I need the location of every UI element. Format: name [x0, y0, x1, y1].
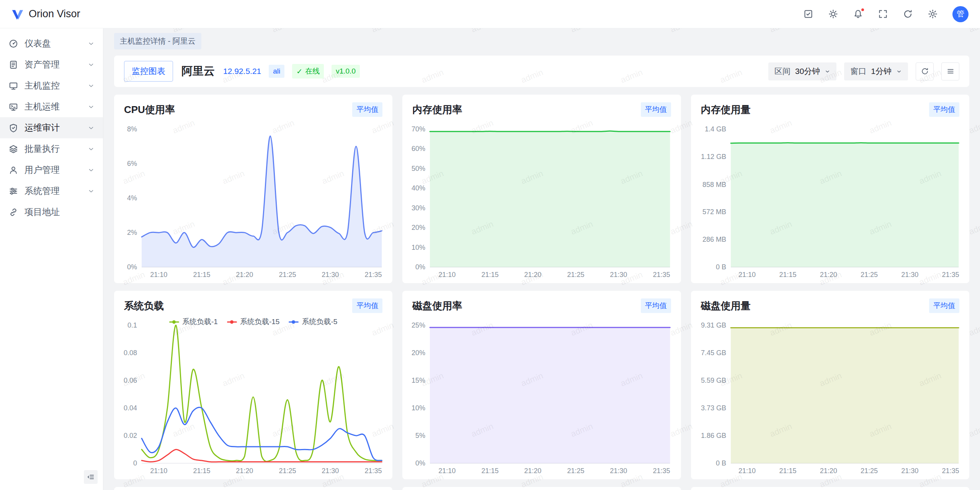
- sidebar-item-label: 用户管理: [24, 164, 88, 176]
- svg-text:5.59 GB: 5.59 GB: [701, 377, 726, 384]
- svg-text:30%: 30%: [412, 204, 425, 212]
- svg-text:0.04: 0.04: [124, 404, 137, 412]
- sidebar-item-batch-exec[interactable]: 批量执行: [0, 138, 103, 159]
- svg-text:21:25: 21:25: [567, 467, 585, 475]
- sidebar-item-dashboard[interactable]: 仪表盘: [0, 33, 103, 54]
- sidebar-item-label: 运维审计: [24, 122, 88, 134]
- chart-plot-area: 0 B286 MB572 MB858 MB1.12 GB1.4 GB21:102…: [691, 118, 969, 285]
- svg-text:21:15: 21:15: [779, 271, 796, 279]
- chart-menu-button[interactable]: [941, 62, 959, 80]
- status-text: 在线: [305, 66, 320, 76]
- chart-title: 磁盘使用量: [701, 299, 751, 313]
- chart-title: 磁盘使用率: [412, 299, 462, 313]
- link-icon: [8, 207, 18, 217]
- sidebar-item-label: 批量执行: [24, 143, 88, 155]
- main-area: adminadminadminadminadminadminadminadmin…: [103, 28, 980, 490]
- chart-card-disk-usage-percent: 磁盘使用率 平均值 0%5%10%15%20%25%21:1021:1521:2…: [402, 291, 681, 479]
- fullscreen-icon[interactable]: [878, 9, 888, 19]
- svg-text:21:30: 21:30: [901, 467, 918, 475]
- sidebar-item-host-monitor[interactable]: 主机监控: [0, 75, 103, 96]
- sidebar-collapse-button[interactable]: [84, 470, 98, 484]
- chevron-down-icon: [896, 69, 902, 74]
- svg-text:10%: 10%: [412, 404, 425, 412]
- host-ops-icon: [8, 102, 18, 112]
- version-badge: v1.0.0: [332, 65, 360, 78]
- chart-plot-area: 0%10%20%30%40%50%60%70%21:1021:1521:2021…: [402, 118, 681, 285]
- svg-text:4%: 4%: [127, 194, 137, 202]
- legend-item[interactable]: 系统负载-15: [227, 317, 279, 327]
- notification-bell-icon[interactable]: [853, 9, 863, 19]
- charts-row-3-partial: [114, 487, 969, 490]
- disk-usage-amount-chart[interactable]: 0 B1.86 GB3.73 GB5.59 GB7.45 GB9.31 GB21…: [694, 315, 965, 478]
- refresh-charts-button[interactable]: [916, 62, 934, 80]
- legend-item[interactable]: 系统负载-1: [169, 317, 218, 327]
- memory-usage-amount-chart[interactable]: 0 B286 MB572 MB858 MB1.12 GB1.4 GB21:102…: [694, 119, 965, 282]
- legend-marker: [289, 320, 299, 324]
- svg-text:21:25: 21:25: [279, 467, 296, 475]
- legend-item[interactable]: 系统负载-5: [289, 317, 337, 327]
- svg-text:15%: 15%: [412, 377, 425, 384]
- app-title: Orion Visor: [29, 8, 80, 20]
- svg-text:0 B: 0 B: [716, 263, 726, 271]
- memory-usage-percent-chart[interactable]: 0%10%20%30%40%50%60%70%21:1021:1521:2021…: [405, 119, 676, 282]
- chevron-down-icon: [88, 125, 95, 131]
- settings-gear-icon[interactable]: [928, 9, 938, 19]
- disk-usage-percent-chart[interactable]: 0%5%10%15%20%25%21:1021:1521:2021:2521:3…: [405, 315, 676, 478]
- svg-text:21:25: 21:25: [861, 467, 878, 475]
- breadcrumb: 主机监控详情 - 阿里云: [103, 28, 980, 51]
- svg-text:21:10: 21:10: [738, 467, 756, 475]
- breadcrumb-item[interactable]: 主机监控详情 - 阿里云: [114, 33, 201, 49]
- svg-text:21:35: 21:35: [364, 467, 382, 475]
- check-icon: ✓: [296, 67, 302, 76]
- interval-select[interactable]: 区间 30分钟: [768, 62, 836, 80]
- chart-card-memory-usage-percent: 内存使用率 平均值 0%10%20%30%40%50%60%70%21:1021…: [402, 95, 681, 283]
- sidebar-item-ops-audit[interactable]: 运维审计: [0, 117, 103, 138]
- monitor-chart-tab[interactable]: 监控图表: [124, 61, 173, 82]
- cpu-usage-chart[interactable]: 0%2%4%6%8%21:1021:1521:2021:2521:3021:35: [117, 119, 388, 282]
- topbar-actions: 管: [803, 6, 969, 22]
- svg-text:0%: 0%: [127, 263, 137, 271]
- svg-text:0.02: 0.02: [124, 432, 137, 439]
- chevron-down-icon: [88, 188, 95, 195]
- window-label: 窗口: [850, 66, 866, 77]
- sidebar-item-project-link[interactable]: 项目地址: [0, 202, 103, 223]
- content: 监控图表 阿里云 12.92.5.21 ali ✓ 在线 v1.0.0 区间 3…: [103, 51, 980, 490]
- brand: Orion Visor: [11, 8, 80, 20]
- svg-text:572 MB: 572 MB: [702, 208, 726, 216]
- topbar: Orion Visor: [0, 0, 980, 28]
- window-select[interactable]: 窗口 1分钟: [844, 62, 908, 80]
- chart-card-stub: [402, 487, 681, 490]
- sidebar-item-host-ops[interactable]: 主机运维: [0, 96, 103, 117]
- chart-plot-area: 0 B1.86 GB3.73 GB5.59 GB7.45 GB9.31 GB21…: [691, 315, 969, 482]
- svg-text:6%: 6%: [127, 160, 137, 167]
- svg-text:0.06: 0.06: [124, 377, 137, 384]
- svg-text:1.12 GB: 1.12 GB: [701, 153, 726, 161]
- sidebar-item-label: 资产管理: [24, 59, 88, 70]
- svg-text:21:15: 21:15: [482, 467, 499, 475]
- charts-row-2: 系统负载 平均值 系统负载-1系统负载-15系统负载-5 00.020.040.…: [114, 291, 969, 479]
- svg-text:7.45 GB: 7.45 GB: [701, 349, 726, 357]
- legend-marker: [169, 320, 179, 324]
- legend-label: 系统负载-15: [240, 317, 279, 327]
- svg-text:21:10: 21:10: [150, 467, 167, 475]
- avg-badge: 平均值: [641, 102, 671, 117]
- chart-card-disk-usage-amount: 磁盘使用量 平均值 0 B1.86 GB3.73 GB5.59 GB7.45 G…: [691, 291, 969, 479]
- interval-value: 30分钟: [795, 66, 820, 77]
- svg-text:10%: 10%: [412, 244, 425, 251]
- system-load-chart[interactable]: 00.020.040.060.080.121:1021:1521:2021:25…: [117, 315, 388, 478]
- refresh-icon[interactable]: [903, 9, 913, 19]
- svg-text:21:15: 21:15: [193, 467, 210, 475]
- sidebar-item-system-mgmt[interactable]: 系统管理: [0, 180, 103, 202]
- chart-legend: 系统负载-1系统负载-15系统负载-5: [114, 317, 392, 327]
- avg-badge: 平均值: [641, 298, 671, 313]
- check-square-icon[interactable]: [803, 9, 813, 19]
- window-value: 1分钟: [871, 66, 892, 77]
- sidebar-item-label: 项目地址: [24, 206, 95, 218]
- host-ip[interactable]: 12.92.5.21: [223, 67, 261, 76]
- sidebar-item-label: 系统管理: [24, 185, 88, 197]
- batch-layers-icon: [8, 144, 18, 154]
- theme-sun-icon[interactable]: [828, 9, 838, 19]
- sidebar-item-user-mgmt[interactable]: 用户管理: [0, 159, 103, 180]
- avatar[interactable]: 管: [952, 6, 969, 22]
- sidebar-item-assets[interactable]: 资产管理: [0, 54, 103, 75]
